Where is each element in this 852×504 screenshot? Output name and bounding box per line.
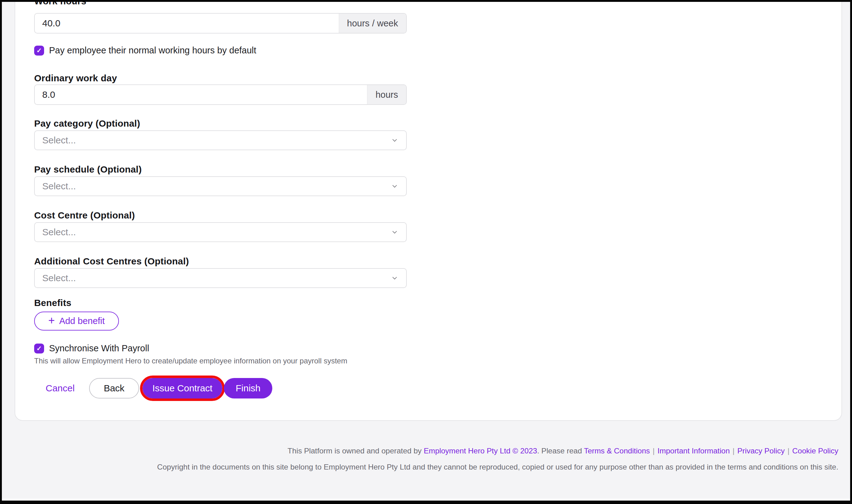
add-benefit-label: Add benefit <box>59 316 105 326</box>
cost-centre-placeholder: Select... <box>42 227 76 237</box>
synchronise-payroll-row: ✓ Synchronise With Payroll <box>34 343 149 354</box>
hours-suffix: hours <box>367 85 406 104</box>
chevron-down-icon <box>391 136 399 144</box>
hours-per-week-suffix: hours / week <box>339 14 406 33</box>
check-icon: ✓ <box>36 47 42 54</box>
pay-schedule-select[interactable]: Select... <box>34 176 407 196</box>
cost-centre-label: Cost Centre (Optional) <box>34 210 135 221</box>
work-hours-label: Work hours <box>34 0 86 6</box>
ordinary-work-day-field: hours <box>34 85 407 105</box>
work-hours-input[interactable] <box>35 14 339 33</box>
ordinary-work-day-label: Ordinary work day <box>34 73 117 84</box>
pay-category-select[interactable]: Select... <box>34 130 407 150</box>
footer-link-privacy-policy[interactable]: Privacy Policy <box>738 447 785 455</box>
footer-link-important-information[interactable]: Important Information <box>657 447 730 455</box>
work-hours-field: hours / week <box>34 13 407 34</box>
footer-separator: | <box>787 447 789 455</box>
chevron-down-icon <box>391 228 399 236</box>
check-icon: ✓ <box>36 345 42 352</box>
footer-company-link[interactable]: Employment Hero Pty Ltd © 2023 <box>424 447 537 455</box>
pay-default-label: Pay employee their normal working hours … <box>49 45 256 56</box>
footer-separator: | <box>653 447 655 455</box>
cost-centre-select[interactable]: Select... <box>34 222 407 242</box>
synchronise-payroll-checkbox[interactable]: ✓ <box>34 344 44 354</box>
footer-link-terms[interactable]: Terms & Conditions <box>584 447 650 455</box>
window-bottom-strip <box>2 499 850 501</box>
additional-cost-centres-label: Additional Cost Centres (Optional) <box>34 256 189 267</box>
synchronise-payroll-label: Synchronise With Payroll <box>49 343 149 354</box>
footer-separator: | <box>732 447 734 455</box>
cancel-button[interactable]: Cancel <box>46 378 74 398</box>
chevron-down-icon <box>391 182 399 190</box>
back-button[interactable]: Back <box>89 378 139 398</box>
plus-icon: + <box>49 315 55 326</box>
ordinary-work-day-input[interactable] <box>35 85 367 104</box>
footer-link-cookie-policy[interactable]: Cookie Policy <box>793 447 838 455</box>
pay-default-checkbox[interactable]: ✓ <box>34 46 44 56</box>
pay-category-label: Pay category (Optional) <box>34 118 140 129</box>
pay-category-placeholder: Select... <box>42 135 76 146</box>
pay-schedule-label: Pay schedule (Optional) <box>34 164 142 175</box>
pay-schedule-placeholder: Select... <box>42 181 76 192</box>
chevron-down-icon <box>391 274 399 282</box>
additional-cost-centres-select[interactable]: Select... <box>34 268 407 288</box>
finish-button[interactable]: Finish <box>224 378 272 398</box>
benefits-label: Benefits <box>34 298 71 308</box>
employment-details-form: Work hours hours / week ✓ Pay employee t… <box>34 0 407 504</box>
synchronise-helper-text: This will allow Employment Hero to creat… <box>34 357 347 365</box>
footer-please-read-text: . Please read <box>537 447 584 455</box>
issue-contract-button[interactable]: Issue Contract <box>143 378 222 398</box>
additional-cost-centres-placeholder: Select... <box>42 273 76 283</box>
pay-default-row: ✓ Pay employee their normal working hour… <box>34 45 256 56</box>
add-benefit-button[interactable]: + Add benefit <box>34 311 119 330</box>
